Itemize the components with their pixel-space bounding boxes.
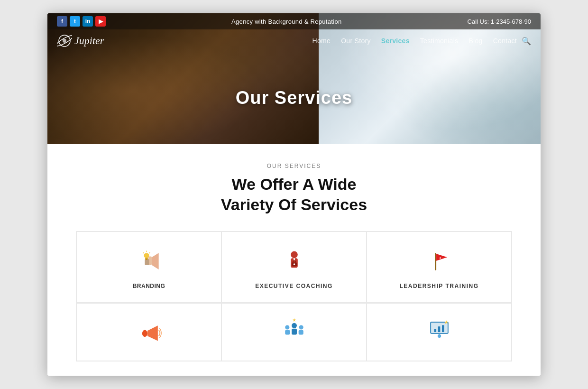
svg-rect-34 [442,325,444,332]
svg-rect-18 [435,253,436,270]
linkedin-icon[interactable]: in [83,16,93,27]
svg-marker-4 [152,253,159,269]
youtube-icon[interactable]: ▶ [95,16,106,27]
service-card-branding[interactable]: Branding [76,232,221,303]
nav-blog[interactable]: Blog [469,37,482,45]
svg-rect-24 [292,328,297,334]
hero-title: Our Services [236,88,352,108]
svg-marker-19 [436,254,447,261]
social-icons-group: f t in ▶ [57,16,106,27]
search-icon[interactable]: 🔍 [522,37,531,46]
nav-our-story[interactable]: Our Story [341,37,371,45]
svg-line-10 [149,252,150,253]
svg-point-23 [292,323,297,328]
svg-rect-28 [298,330,303,334]
service-card-corporate-training[interactable] [367,303,512,361]
branding-label: Branding [133,283,165,289]
nav-bar: Jupiter Home Our Story Services Testimon… [47,29,541,52]
twitter-icon[interactable]: t [70,16,80,27]
svg-rect-32 [434,329,436,332]
services-grid-row1: Branding [76,231,512,303]
svg-marker-22 [147,325,157,341]
service-card-team-management[interactable] [221,303,367,361]
branding-icon [135,247,163,276]
logo-icon [57,33,72,48]
phone-number: Call Us: 1-2345-678-90 [468,18,531,25]
tagline: Agency with Background & Reputation [231,18,341,25]
nav-services[interactable]: Services [381,37,410,45]
nav-contact[interactable]: Contact [493,37,517,45]
nav-links: Home Our Story Services Testimonials Blo… [312,37,517,45]
svg-point-25 [285,325,289,329]
nav-home[interactable]: Home [312,37,331,45]
svg-point-6 [144,253,149,258]
leadership-label: LEADERSHIP TRAINING [400,283,479,289]
nav-testimonials[interactable]: Testimonials [420,37,459,45]
leadership-icon [425,247,453,276]
section-label: Our SERVICES [76,163,512,169]
main-content: Our SERVICES We Offer A Wide Variety Of … [47,144,541,376]
svg-point-17 [293,263,295,265]
team-icon [280,315,308,344]
svg-rect-5 [145,259,149,265]
facebook-icon[interactable]: f [57,16,67,27]
logo-text: Jupiter [74,35,104,47]
logo[interactable]: Jupiter [57,33,104,48]
section-title: We Offer A Wide Variety Of Services [76,174,512,214]
service-card-executive-coaching[interactable]: EXECUTIVE COACHING [221,232,367,303]
hero-section: f t in ▶ Agency with Background & Reputa… [47,13,541,144]
svg-point-2 [63,39,66,43]
svg-point-21 [142,330,147,337]
marketing-icon [135,315,163,344]
training-icon [425,315,453,344]
svg-rect-33 [438,326,440,332]
hero-title-wrap: Our Services [47,52,541,144]
services-grid-row2 [76,303,512,361]
svg-marker-29 [293,318,296,321]
service-card-marketing[interactable] [76,303,221,361]
coaching-icon [280,247,308,276]
browser-window: f t in ▶ Agency with Background & Reputa… [47,13,541,376]
svg-rect-8 [146,259,147,260]
svg-point-27 [299,325,303,329]
coaching-label: EXECUTIVE COACHING [255,283,333,289]
service-card-leadership-training[interactable]: LEADERSHIP TRAINING [367,232,512,303]
svg-point-12 [291,251,298,258]
top-bar: f t in ▶ Agency with Background & Reputa… [47,13,541,29]
svg-line-11 [143,252,144,253]
svg-rect-26 [285,330,290,334]
